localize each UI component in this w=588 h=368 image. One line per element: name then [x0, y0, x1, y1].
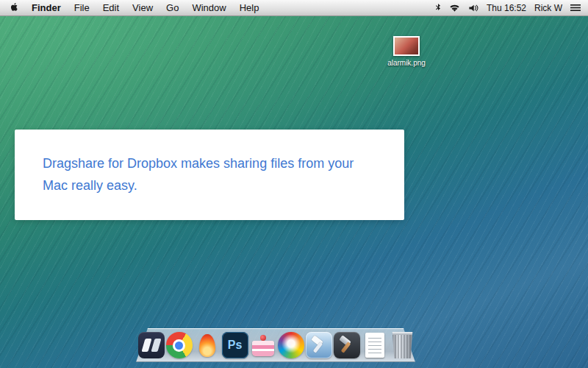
photoshop-icon[interactable]: Ps [222, 332, 248, 358]
hammer-handle [312, 342, 323, 353]
cake-app-icon[interactable] [250, 332, 276, 358]
xcode-icon[interactable] [306, 332, 332, 358]
menu-edit[interactable]: Edit [96, 0, 126, 16]
chrome-center-dot [173, 339, 185, 352]
cake-cherry [260, 335, 266, 341]
trash-icon[interactable] [392, 332, 414, 358]
menu-finder[interactable]: Finder [25, 0, 68, 16]
dragshare-info-card: Dragshare for Dropbox makes sharing file… [15, 130, 404, 220]
dock-icons-row: Ps [136, 332, 415, 358]
desktop-wallpaper[interactable]: Finder File Edit View Go Window Help [0, 0, 588, 368]
wifi-icon[interactable] [449, 4, 460, 12]
photoshop-label: Ps [222, 332, 248, 358]
chrome-icon[interactable] [166, 332, 193, 358]
cake-slice [252, 341, 274, 356]
menu-bar-left: Finder File Edit View Go Window Help [0, 0, 265, 16]
document-page [365, 333, 384, 358]
file-thumbnail-image[interactable] [393, 36, 420, 56]
flame-app-icon[interactable] [194, 332, 220, 358]
card-text: Dragshare for Dropbox makes sharing file… [15, 130, 404, 197]
volume-icon[interactable] [468, 4, 478, 13]
dark-app-glyph [141, 339, 151, 352]
dark-app-icon[interactable] [138, 332, 165, 358]
menu-help[interactable]: Help [233, 0, 266, 16]
menu-go[interactable]: Go [159, 0, 185, 16]
hammer-app-icon[interactable] [334, 332, 360, 358]
flame-shape [199, 334, 215, 357]
dock: Ps [136, 328, 415, 362]
hammer-handle [340, 342, 351, 353]
file-label: alarmik.png [383, 59, 430, 67]
menu-bar-right: Thu 16:52 Rick W [435, 0, 588, 16]
document-app-icon[interactable] [362, 332, 388, 358]
bluetooth-icon[interactable] [435, 4, 441, 13]
card-text-line: Dragshare for Dropbox makes sharing file… [43, 152, 382, 174]
dark-app-glyph [151, 339, 161, 352]
desktop-file-alarmik[interactable]: alarmik.png [383, 36, 430, 67]
apple-logo-icon [10, 1, 19, 15]
menu-window[interactable]: Window [185, 0, 232, 16]
menu-view[interactable]: View [126, 0, 159, 16]
rainbow-ball-app-icon[interactable] [278, 332, 304, 358]
menu-file[interactable]: File [68, 0, 96, 16]
card-text-line: Mac really easy. [43, 174, 382, 197]
menu-user[interactable]: Rick W [534, 0, 562, 16]
menu-bar: Finder File Edit View Go Window Help [0, 0, 588, 16]
menu-clock[interactable]: Thu 16:52 [487, 0, 526, 16]
apple-menu[interactable] [0, 0, 25, 16]
notification-center-icon[interactable] [570, 4, 581, 12]
